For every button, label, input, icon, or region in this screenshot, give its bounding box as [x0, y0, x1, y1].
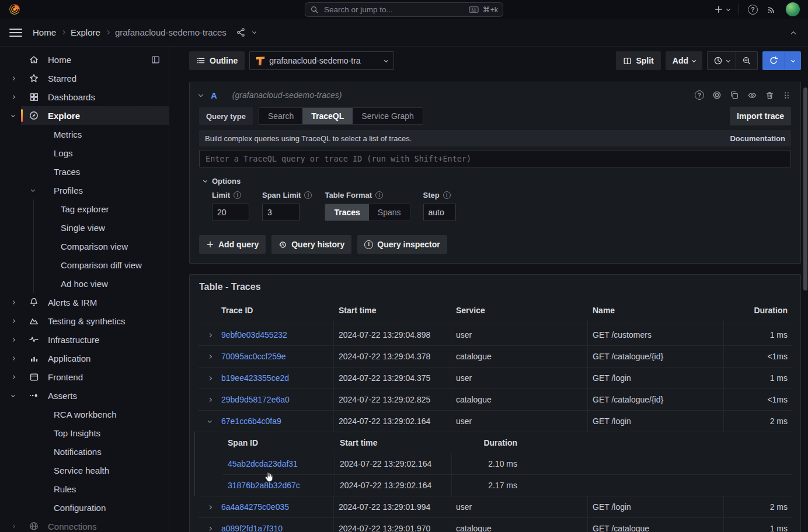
- tab-traceql[interactable]: TraceQL: [302, 108, 353, 124]
- chevron-right-icon[interactable]: [6, 357, 20, 360]
- sidebar-item-rca-workbench[interactable]: RCA workbench: [0, 405, 169, 424]
- sidebar-item-starred[interactable]: Starred: [0, 69, 169, 88]
- sidebar-item-metrics[interactable]: Metrics: [0, 125, 169, 144]
- trace-id-link[interactable]: 70095ac0ccf259e: [221, 352, 286, 361]
- trace-id-link[interactable]: a089f2fd1a7f310: [221, 524, 283, 532]
- limit-input[interactable]: [212, 204, 249, 221]
- refresh-interval-dropdown[interactable]: [785, 51, 801, 70]
- span-column-header-start-time[interactable]: Start time: [335, 432, 452, 453]
- span-limit-input[interactable]: [262, 204, 299, 221]
- span-column-header-span-id[interactable]: Span ID: [223, 432, 335, 453]
- import-trace-button[interactable]: Import trace: [730, 107, 791, 125]
- tab-service-graph[interactable]: Service Graph: [353, 108, 422, 124]
- query-help-icon[interactable]: ?: [695, 90, 704, 100]
- table-format-option-traces[interactable]: Traces: [325, 204, 368, 220]
- chevron-down-icon[interactable]: [28, 190, 54, 191]
- sidebar-item-rules[interactable]: Rules: [0, 480, 169, 498]
- step-input[interactable]: [423, 204, 456, 221]
- span-id-link[interactable]: 31876b2a8b32d67c: [228, 481, 300, 490]
- sidebar-item-service-health[interactable]: Service health: [0, 461, 169, 480]
- search-input[interactable]: [323, 5, 465, 15]
- sidebar-item-ad-hoc-view[interactable]: Ad hoc view: [0, 274, 169, 293]
- trace-id-link[interactable]: b19ee423355ce2d: [221, 373, 289, 383]
- sidebar-item-application[interactable]: Application: [0, 349, 169, 368]
- info-icon[interactable]: i: [304, 191, 312, 199]
- datasource-picker[interactable]: grafanacloud-sedemo-tra: [249, 51, 394, 70]
- chevron-right-icon[interactable]: [6, 525, 20, 528]
- trace-expander-icon[interactable]: [198, 377, 221, 380]
- column-header-start-time[interactable]: Start time: [334, 302, 451, 319]
- column-header-service[interactable]: Service: [451, 302, 588, 319]
- column-header-duration[interactable]: Duration: [724, 302, 792, 319]
- sidebar-item-comparison-diff-view[interactable]: Comparison diff view: [0, 256, 169, 274]
- info-icon[interactable]: i: [234, 191, 241, 199]
- sidebar-item-comparison-view[interactable]: Comparison view: [0, 237, 169, 256]
- breadcrumb-home[interactable]: Home: [33, 27, 56, 37]
- news-icon[interactable]: [767, 4, 777, 15]
- split-button[interactable]: Split: [616, 51, 660, 70]
- sidebar-item-profiles[interactable]: Profiles: [0, 181, 169, 200]
- global-search[interactable]: ⌘+k: [305, 2, 503, 17]
- info-icon[interactable]: i: [375, 191, 383, 199]
- trace-id-link[interactable]: 29bd9d58172e6a0: [221, 395, 290, 404]
- collapse-query-icon[interactable]: [198, 92, 203, 97]
- sidebar-item-infrastructure[interactable]: Infrastructure: [0, 330, 169, 349]
- trace-expander-icon[interactable]: [198, 421, 221, 422]
- drag-handle-icon[interactable]: [782, 91, 791, 100]
- sidebar-item-tag-explorer[interactable]: Tag explorer: [0, 200, 169, 218]
- chevron-right-icon[interactable]: [6, 376, 20, 379]
- chevron-right-icon[interactable]: [6, 96, 20, 99]
- span-id-link[interactable]: 45ab2dcda23daf31: [228, 459, 298, 468]
- sidebar-item-logs[interactable]: Logs: [0, 144, 169, 162]
- dock-menu-icon[interactable]: [151, 54, 161, 65]
- trace-id-link[interactable]: 6a4a84275c0e035: [221, 502, 289, 512]
- chevron-down-icon[interactable]: [6, 115, 20, 117]
- sidebar-item-top-insights[interactable]: Top Insights: [0, 424, 169, 442]
- breadcrumb-explore[interactable]: Explore: [71, 27, 100, 37]
- trace-id-link[interactable]: 9ebf0e03d455232: [221, 330, 287, 340]
- zoom-out-time-button[interactable]: [736, 52, 757, 69]
- tab-search[interactable]: Search: [259, 108, 302, 124]
- chevron-right-icon[interactable]: [6, 77, 20, 80]
- column-header-trace-id[interactable]: Trace ID: [198, 302, 334, 319]
- options-toggle[interactable]: Options: [199, 177, 791, 186]
- sidebar-item-testing-synthetics[interactable]: Testing & synthetics: [0, 312, 169, 330]
- sidebar-item-asserts[interactable]: Asserts: [0, 386, 169, 405]
- sidebar-item-connections[interactable]: Connections: [0, 517, 169, 532]
- chevron-right-icon[interactable]: [6, 301, 20, 304]
- new-menu-button[interactable]: [714, 5, 730, 14]
- record-icon[interactable]: [712, 90, 722, 100]
- scrollbar-thumb[interactable]: [803, 88, 807, 290]
- sidebar-item-home[interactable]: Home: [0, 50, 169, 69]
- remove-query-icon[interactable]: [765, 91, 774, 100]
- trace-expander-icon[interactable]: [198, 527, 221, 530]
- sidebar-item-notifications[interactable]: Notifications: [0, 442, 169, 461]
- trace-expander-icon[interactable]: [198, 355, 221, 358]
- user-avatar[interactable]: [786, 2, 800, 16]
- traceql-query-editor[interactable]: [199, 150, 791, 167]
- documentation-link[interactable]: Documentation: [730, 134, 785, 143]
- sidebar-item-dashboards[interactable]: Dashboards: [0, 88, 169, 106]
- span-column-header-duration[interactable]: Duration: [452, 432, 522, 453]
- traceql-query-input[interactable]: [201, 154, 789, 163]
- query-history-button[interactable]: Query history: [271, 235, 351, 254]
- sidebar-item-configuration[interactable]: Configuration: [0, 498, 169, 517]
- chevron-down-icon[interactable]: [252, 30, 256, 34]
- sidebar-item-traces[interactable]: Traces: [0, 162, 169, 181]
- info-icon[interactable]: i: [443, 191, 451, 199]
- time-picker-button[interactable]: [708, 52, 736, 69]
- share-icon[interactable]: [236, 27, 246, 37]
- trace-expander-icon[interactable]: [198, 334, 221, 337]
- collapse-section-button[interactable]: [792, 28, 799, 37]
- sidebar-item-alerts-irm[interactable]: Alerts & IRM: [0, 293, 169, 312]
- table-format-option-spans[interactable]: Spans: [369, 204, 410, 220]
- outline-button[interactable]: Outline: [189, 51, 245, 70]
- add-button[interactable]: Add: [666, 51, 702, 70]
- add-query-button[interactable]: Add query: [199, 235, 266, 254]
- chevron-down-icon[interactable]: [6, 395, 20, 397]
- sidebar-item-explore[interactable]: Explore: [0, 106, 169, 125]
- hide-query-icon[interactable]: [747, 90, 757, 100]
- chevron-right-icon[interactable]: [6, 320, 20, 323]
- trace-expander-icon[interactable]: [198, 506, 221, 509]
- help-icon[interactable]: ?: [748, 5, 758, 15]
